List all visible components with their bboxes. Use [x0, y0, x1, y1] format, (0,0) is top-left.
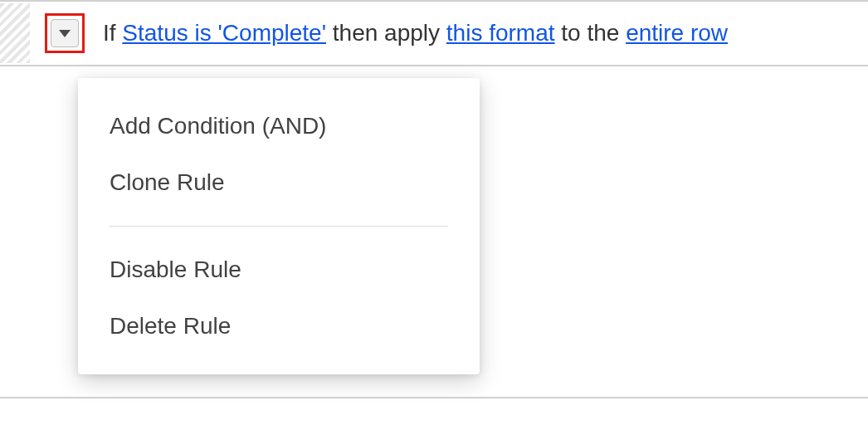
scope-link[interactable]: entire row: [626, 20, 728, 46]
rule-text-then: then apply: [326, 20, 446, 46]
highlight-box: [45, 13, 85, 53]
rule-text-if: If: [103, 20, 122, 46]
rule-row: If Status is 'Complete' then apply this …: [0, 2, 868, 65]
format-link[interactable]: this format: [446, 20, 555, 46]
rule-menu-button[interactable]: [51, 19, 79, 47]
menu-item-clone-rule[interactable]: Clone Rule: [78, 154, 480, 211]
menu-item-disable-rule[interactable]: Disable Rule: [78, 242, 480, 298]
menu-item-delete-rule[interactable]: Delete Rule: [78, 298, 480, 354]
menu-divider: [110, 226, 448, 227]
rule-text-to: to the: [555, 20, 627, 46]
condition-link[interactable]: Status is 'Complete': [122, 20, 326, 46]
menu-item-add-condition[interactable]: Add Condition (AND): [78, 98, 480, 154]
rule-container: If Status is 'Complete' then apply this …: [0, 0, 868, 66]
drag-handle[interactable]: [0, 3, 30, 63]
bottom-border: [0, 397, 868, 398]
rule-description: If Status is 'Complete' then apply this …: [103, 20, 728, 46]
rule-dropdown-menu: Add Condition (AND) Clone Rule Disable R…: [78, 78, 480, 374]
triangle-down-icon: [59, 30, 71, 37]
